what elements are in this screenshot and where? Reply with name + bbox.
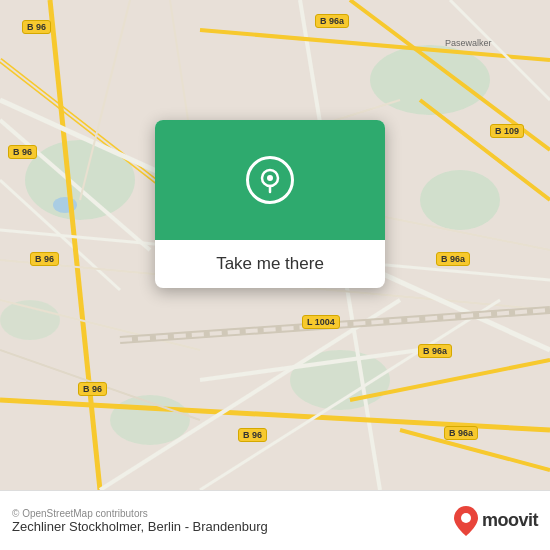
moovit-pin-icon <box>454 506 478 536</box>
footer-bar: © OpenStreetMap contributors Zechliner S… <box>0 490 550 550</box>
location-name-text: Zechliner Stockholmer, Berlin - Brandenb… <box>12 519 268 534</box>
svg-point-3 <box>420 170 500 230</box>
svg-point-6 <box>0 300 60 340</box>
popup-header <box>155 120 385 240</box>
road-badge-b96a-bot2: B 96a <box>444 426 478 440</box>
road-badge-b96-1: B 96 <box>22 20 51 34</box>
location-pin-icon <box>256 166 284 194</box>
svg-point-38 <box>461 513 471 523</box>
attribution-text: © OpenStreetMap contributors <box>12 508 268 519</box>
road-badge-b96a-bot1: B 96a <box>418 344 452 358</box>
svg-point-36 <box>267 175 273 181</box>
map-container: B 96 B 96a Pasewalker B 109 B 96 96a B 9… <box>0 0 550 490</box>
moovit-logo: moovit <box>454 506 538 536</box>
road-badge-b96a-mid: B 96a <box>436 252 470 266</box>
take-me-there-button[interactable]: Take me there <box>216 254 324 274</box>
road-label-pasewalker: Pasewalker <box>445 38 492 48</box>
location-icon-circle <box>246 156 294 204</box>
popup-card: Take me there <box>155 120 385 288</box>
footer-left: © OpenStreetMap contributors Zechliner S… <box>12 508 268 534</box>
road-badge-l1004: L 1004 <box>302 315 340 329</box>
road-badge-b96-3: B 96 <box>30 252 59 266</box>
popup-body[interactable]: Take me there <box>155 240 385 288</box>
road-badge-b96-2: B 96 <box>8 145 37 159</box>
road-badge-b96-5: B 96 <box>238 428 267 442</box>
road-badge-b96-4: B 96 <box>78 382 107 396</box>
road-badge-b96a-top: B 96a <box>315 14 349 28</box>
moovit-wordmark: moovit <box>482 510 538 531</box>
road-badge-b109: B 109 <box>490 124 524 138</box>
